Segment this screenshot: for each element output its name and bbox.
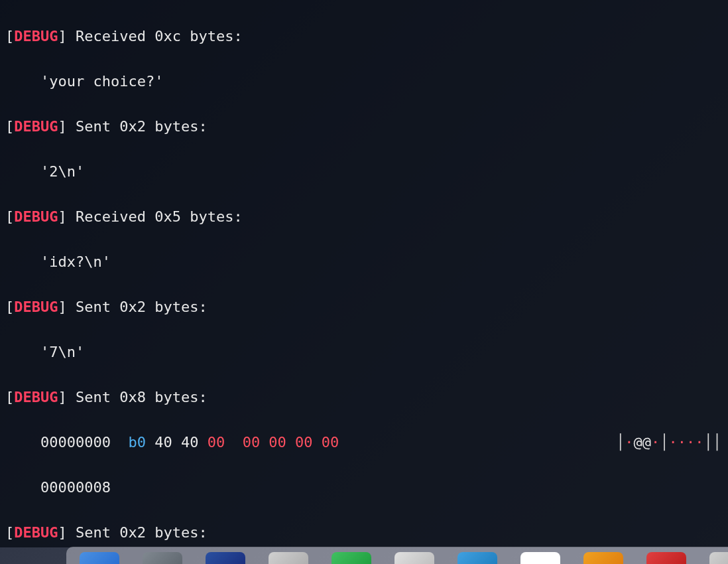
hexdump-line: 00000000 b0 40 40 00 00 00 00 00 │·@@·│·… xyxy=(5,431,723,454)
terminal-output[interactable]: [DEBUG] Received 0xc bytes: 'your choice… xyxy=(0,0,728,547)
dock-app-icon[interactable] xyxy=(332,552,371,564)
debug-line: [DEBUG] Sent 0x8 bytes: xyxy=(5,386,723,409)
debug-line: [DEBUG] Sent 0x2 bytes: xyxy=(5,115,723,138)
dock-app-icon[interactable] xyxy=(646,552,686,564)
data-line: 'idx?\n' xyxy=(5,251,723,273)
debug-line: [DEBUG] Sent 0x2 bytes: xyxy=(5,296,723,318)
dock-app-icon[interactable] xyxy=(457,552,497,564)
dock-app-icon[interactable] xyxy=(520,552,560,564)
dock-app-icon[interactable] xyxy=(80,552,119,564)
data-line: '2\n' xyxy=(5,161,723,183)
macos-dock[interactable] xyxy=(66,547,728,564)
debug-line: [DEBUG] Received 0x5 bytes: xyxy=(5,206,723,228)
hexdump-offset: 00000008 xyxy=(5,476,723,499)
debug-line: [DEBUG] Received 0xc bytes: xyxy=(5,25,723,48)
dock-app-icon[interactable] xyxy=(709,552,728,564)
dock-app-icon[interactable] xyxy=(206,552,245,564)
debug-line: [DEBUG] Sent 0x2 bytes: xyxy=(5,522,723,544)
data-line: 'your choice?' xyxy=(5,70,723,93)
dock-app-icon[interactable] xyxy=(394,552,434,564)
data-line: '7\n' xyxy=(5,341,723,364)
dock-app-icon[interactable] xyxy=(143,552,182,564)
dock-app-icon[interactable] xyxy=(583,552,623,564)
dock-app-icon[interactable] xyxy=(269,552,308,564)
